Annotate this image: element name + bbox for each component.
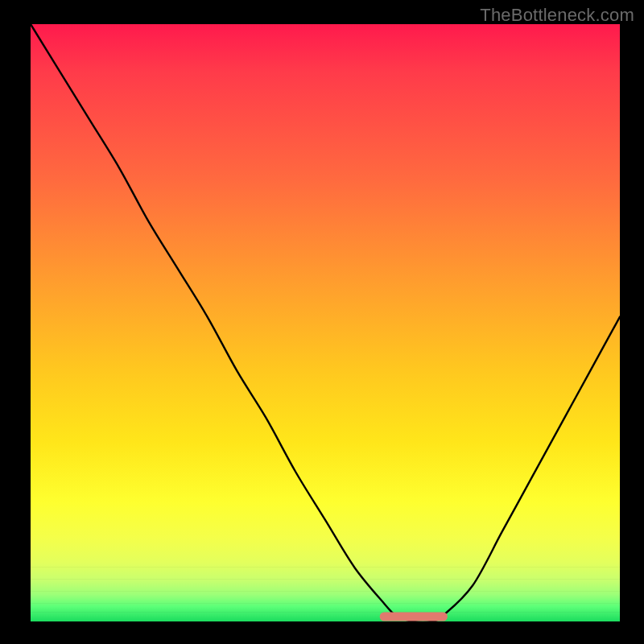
bottleneck-curve <box>31 24 620 622</box>
bottleneck-curve-svg <box>31 24 620 621</box>
chart-frame: TheBottleneck.com <box>0 0 644 644</box>
watermark-text: TheBottleneck.com <box>480 5 634 26</box>
plot-area <box>31 24 620 621</box>
